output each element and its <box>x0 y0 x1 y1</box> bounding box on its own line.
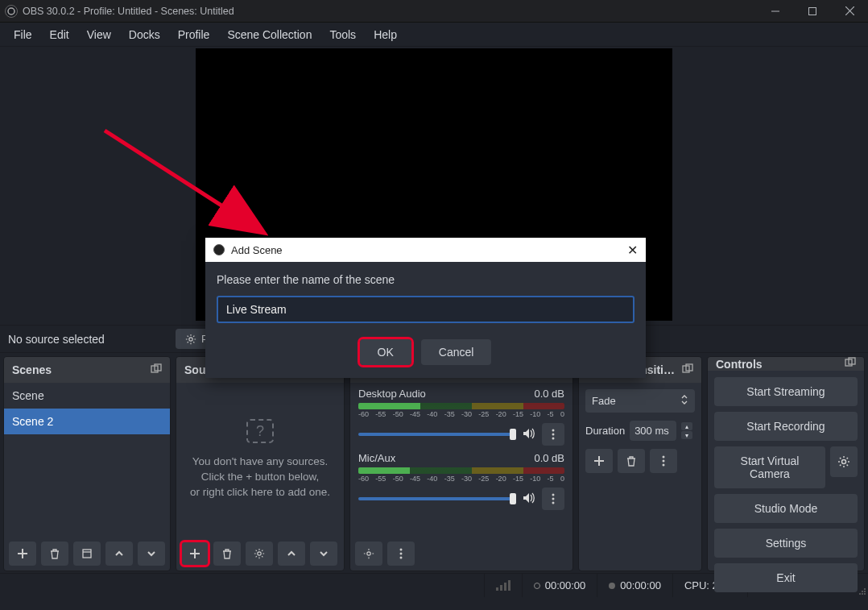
rec-time: 00:00:00 <box>620 579 661 591</box>
gear-icon <box>363 548 374 559</box>
kebab-icon <box>399 548 403 559</box>
menu-docks[interactable]: Docks <box>120 25 169 44</box>
start-streaming-button[interactable]: Start Streaming <box>714 377 858 406</box>
studio-mode-button[interactable]: Studio Mode <box>714 494 858 523</box>
volume-slider[interactable] <box>358 433 516 436</box>
status-live: 00:00:00 <box>522 574 597 597</box>
dialog-title: Add Scene <box>231 244 283 256</box>
transition-properties-button[interactable] <box>650 449 677 473</box>
svg-point-27 <box>400 549 403 551</box>
speaker-icon[interactable] <box>523 428 535 442</box>
popout-icon[interactable] <box>682 363 693 377</box>
svg-point-35 <box>663 460 665 463</box>
remove-transition-button[interactable] <box>618 449 645 473</box>
chevron-down-icon <box>146 548 157 559</box>
move-down-button[interactable] <box>310 542 337 566</box>
svg-point-45 <box>864 593 866 595</box>
mixer-advanced-button[interactable] <box>387 542 415 566</box>
menu-profile[interactable]: Profile <box>169 25 219 44</box>
mixer-channel-mic: Mic/Aux 0.0 dB -60-55-50-45-40-35-30-25-… <box>350 447 572 512</box>
add-transition-button[interactable] <box>585 449 613 473</box>
trash-icon <box>626 455 637 467</box>
live-time: 00:00:00 <box>545 579 586 591</box>
move-up-button[interactable] <box>105 542 133 566</box>
minimize-button[interactable] <box>757 0 794 23</box>
svg-rect-11 <box>83 550 91 558</box>
remove-scene-button[interactable] <box>41 542 68 566</box>
docks-container: Scenes Scene Scene 2 Sources <box>0 352 868 573</box>
meter-ticks: -60-55-50-45-40-35-30-25-20-15-10-50 <box>358 410 564 418</box>
svg-rect-2 <box>809 7 816 15</box>
sources-empty-state[interactable]: ? You don't have any sources. Click the … <box>176 383 344 537</box>
filter-icon <box>81 548 93 559</box>
signal-icon <box>496 581 510 591</box>
move-up-button[interactable] <box>278 542 305 566</box>
virtual-camera-settings-button[interactable] <box>830 446 858 477</box>
sources-empty-text: Click the + button below, <box>201 470 320 485</box>
menu-scene-collection[interactable]: Scene Collection <box>218 25 320 44</box>
settings-button[interactable]: Settings <box>714 529 858 558</box>
mixer-channel-desktop: Desktop Audio 0.0 dB -60-55-50-45-40-35-… <box>350 383 572 447</box>
obs-logo-icon <box>213 244 225 255</box>
add-source-button[interactable] <box>181 542 209 566</box>
duration-spinner[interactable]: ▴▾ <box>681 422 692 439</box>
mixer-menu-button[interactable] <box>542 423 564 446</box>
menu-edit[interactable]: Edit <box>41 25 78 44</box>
mixer-settings-button[interactable] <box>355 542 382 566</box>
obs-logo-icon <box>5 5 18 18</box>
mixer-menu-button[interactable] <box>542 488 564 510</box>
dialog-close-button[interactable]: ✕ <box>627 243 638 258</box>
window-title: OBS 30.0.2 - Profile: Untitled - Scenes:… <box>23 6 234 17</box>
source-properties-button[interactable] <box>246 542 273 566</box>
menu-tools[interactable]: Tools <box>320 25 365 44</box>
gear-icon <box>254 548 265 559</box>
transition-mode: Fade <box>592 395 616 407</box>
add-scene-dialog: Add Scene ✕ Please enter the name of the… <box>205 238 646 378</box>
transition-select[interactable]: Fade <box>585 389 695 413</box>
live-dot-icon <box>534 583 540 589</box>
popout-icon[interactable] <box>845 357 856 371</box>
chevron-up-icon <box>114 548 125 559</box>
start-recording-button[interactable]: Start Recording <box>714 412 858 441</box>
duration-input[interactable]: 300 ms <box>630 421 676 441</box>
gear-icon <box>837 455 850 468</box>
cancel-button[interactable]: Cancel <box>421 339 492 365</box>
window-titlebar: OBS 30.0.2 - Profile: Untitled - Scenes:… <box>0 0 868 23</box>
dock-scenes: Scenes Scene Scene 2 <box>3 356 171 571</box>
no-source-label: No source selected <box>8 333 169 346</box>
svg-point-23 <box>552 494 555 496</box>
menu-view[interactable]: View <box>78 25 120 44</box>
start-virtual-camera-button[interactable]: Start Virtual Camera <box>714 446 825 488</box>
sources-empty-text: You don't have any sources. <box>192 454 329 470</box>
dock-sources: Sources ? You don't have any sources. Cl… <box>176 356 345 571</box>
volume-slider[interactable] <box>358 497 516 500</box>
scene-item[interactable]: Scene 2 <box>4 409 170 434</box>
dock-scenes-title: Scenes <box>12 363 52 376</box>
audio-meter <box>358 403 564 409</box>
close-button[interactable] <box>831 0 868 23</box>
svg-point-26 <box>367 552 370 555</box>
scene-filters-button[interactable] <box>73 542 101 566</box>
svg-point-22 <box>552 438 555 440</box>
audio-meter <box>358 467 564 474</box>
popout-icon[interactable] <box>151 363 162 377</box>
status-network <box>484 574 522 597</box>
exit-button[interactable]: Exit <box>714 563 858 592</box>
remove-source-button[interactable] <box>213 542 241 566</box>
rec-dot-icon <box>609 583 615 589</box>
scene-name-input[interactable] <box>217 296 634 323</box>
menu-help[interactable]: Help <box>365 25 406 44</box>
svg-point-24 <box>552 498 555 500</box>
ok-button[interactable]: OK <box>360 339 411 365</box>
dock-transitions: Scene Transiti… Fade Duration 300 ms ▴▾ <box>578 356 702 571</box>
move-down-button[interactable] <box>138 542 165 566</box>
svg-point-40 <box>864 588 866 590</box>
scene-item[interactable]: Scene <box>4 383 170 409</box>
speaker-icon[interactable] <box>523 492 535 506</box>
add-scene-button[interactable] <box>9 542 36 566</box>
menu-file[interactable]: File <box>5 25 41 44</box>
svg-point-25 <box>552 502 555 504</box>
status-rec: 00:00:00 <box>597 574 672 597</box>
maximize-button[interactable] <box>794 0 831 23</box>
chevron-down-icon <box>318 548 329 559</box>
